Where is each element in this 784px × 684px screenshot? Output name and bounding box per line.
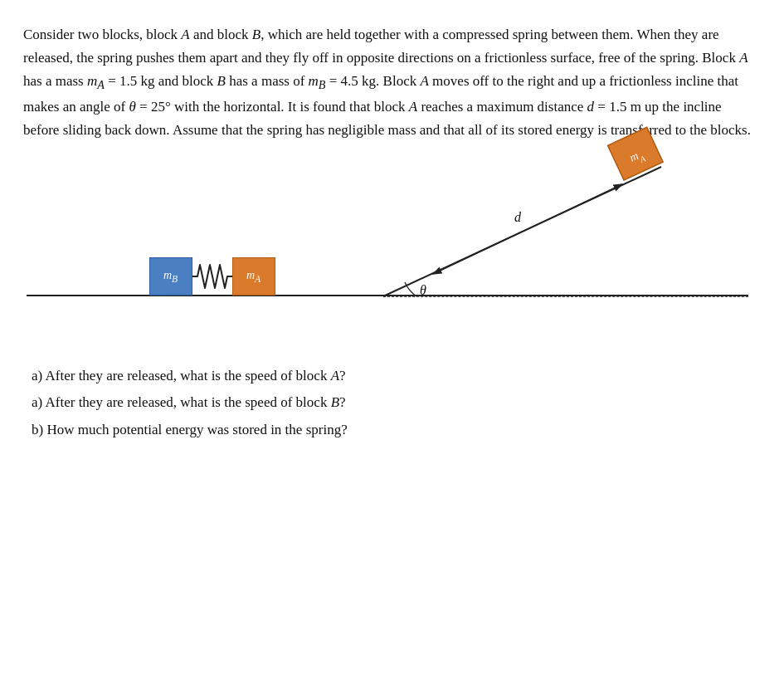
diagram: mB mA θ — [27, 157, 748, 340]
main-diagram-svg: θ d mA — [27, 157, 748, 340]
problem-text: Consider two blocks, block A and block B… — [23, 23, 751, 142]
question-3: b) How much potential energy was stored … — [32, 417, 751, 443]
questions-section: a) After they are released, what is the … — [23, 363, 751, 443]
problem-container: Consider two blocks, block A and block B… — [23, 23, 751, 443]
question-1: a) After they are released, what is the … — [32, 363, 751, 389]
svg-text:d: d — [514, 210, 522, 224]
svg-line-9 — [433, 184, 622, 274]
question-2: a) After they are released, what is the … — [32, 389, 751, 416]
svg-text:θ: θ — [420, 283, 426, 297]
